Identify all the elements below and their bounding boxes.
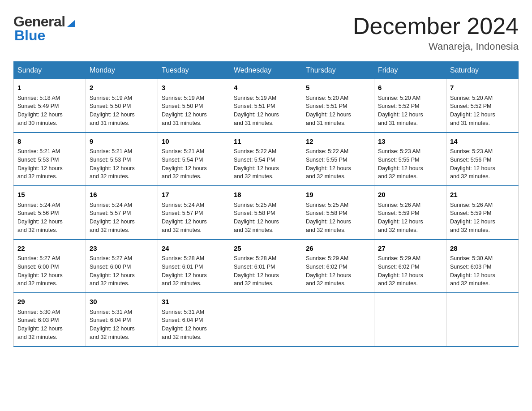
day-number: 14 — [450, 137, 515, 147]
day-number: 6 — [378, 83, 442, 93]
calendar-cell: 14Sunrise: 5:23 AMSunset: 5:56 PMDayligh… — [446, 133, 519, 186]
day-info: Sunrise: 5:30 AMSunset: 6:03 PMDaylight:… — [17, 308, 82, 342]
calendar-cell — [446, 293, 519, 347]
day-info: Sunrise: 5:31 AMSunset: 6:04 PMDaylight:… — [162, 308, 226, 342]
day-number: 30 — [90, 297, 154, 307]
day-number: 10 — [162, 137, 226, 147]
day-number: 15 — [17, 190, 82, 200]
day-number: 11 — [234, 137, 298, 147]
day-number: 20 — [378, 190, 442, 200]
day-info: Sunrise: 5:28 AMSunset: 6:01 PMDaylight:… — [162, 254, 226, 288]
calendar-cell: 17Sunrise: 5:24 AMSunset: 5:57 PMDayligh… — [158, 186, 230, 240]
day-info: Sunrise: 5:22 AMSunset: 5:55 PMDaylight:… — [306, 147, 370, 181]
day-number: 22 — [17, 244, 82, 254]
day-info: Sunrise: 5:29 AMSunset: 6:02 PMDaylight:… — [378, 254, 442, 288]
day-info: Sunrise: 5:21 AMSunset: 5:53 PMDaylight:… — [17, 147, 82, 181]
day-info: Sunrise: 5:23 AMSunset: 5:56 PMDaylight:… — [450, 147, 515, 181]
calendar-cell: 19Sunrise: 5:25 AMSunset: 5:58 PMDayligh… — [302, 186, 374, 240]
calendar-cell: 7Sunrise: 5:20 AMSunset: 5:52 PMDaylight… — [446, 79, 519, 133]
col-header-friday: Friday — [374, 62, 446, 79]
col-header-wednesday: Wednesday — [230, 62, 302, 79]
day-number: 1 — [17, 83, 82, 93]
day-number: 21 — [450, 190, 515, 200]
calendar-cell: 23Sunrise: 5:27 AMSunset: 6:00 PMDayligh… — [86, 240, 158, 293]
day-info: Sunrise: 5:20 AMSunset: 5:51 PMDaylight:… — [306, 94, 370, 128]
calendar-cell: 21Sunrise: 5:26 AMSunset: 5:59 PMDayligh… — [446, 186, 519, 240]
day-number: 19 — [306, 190, 370, 200]
calendar-cell: 25Sunrise: 5:28 AMSunset: 6:01 PMDayligh… — [230, 240, 302, 293]
calendar-week-row: 22Sunrise: 5:27 AMSunset: 6:00 PMDayligh… — [14, 240, 519, 293]
day-number: 7 — [450, 83, 515, 93]
day-info: Sunrise: 5:24 AMSunset: 5:57 PMDaylight:… — [162, 201, 226, 235]
calendar-cell: 12Sunrise: 5:22 AMSunset: 5:55 PMDayligh… — [302, 133, 374, 186]
calendar-cell: 16Sunrise: 5:24 AMSunset: 5:57 PMDayligh… — [86, 186, 158, 240]
day-info: Sunrise: 5:25 AMSunset: 5:58 PMDaylight:… — [306, 201, 370, 235]
calendar-week-row: 15Sunrise: 5:24 AMSunset: 5:56 PMDayligh… — [14, 186, 519, 240]
calendar-cell: 13Sunrise: 5:23 AMSunset: 5:55 PMDayligh… — [374, 133, 446, 186]
day-number: 5 — [306, 83, 370, 93]
day-info: Sunrise: 5:26 AMSunset: 5:59 PMDaylight:… — [450, 201, 515, 235]
day-info: Sunrise: 5:27 AMSunset: 6:00 PMDaylight:… — [90, 254, 154, 288]
day-number: 12 — [306, 137, 370, 147]
day-info: Sunrise: 5:21 AMSunset: 5:53 PMDaylight:… — [90, 147, 154, 181]
calendar-week-row: 29Sunrise: 5:30 AMSunset: 6:03 PMDayligh… — [14, 293, 519, 347]
day-info: Sunrise: 5:22 AMSunset: 5:54 PMDaylight:… — [234, 147, 298, 181]
day-info: Sunrise: 5:24 AMSunset: 5:57 PMDaylight:… — [90, 201, 154, 235]
calendar-cell: 5Sunrise: 5:20 AMSunset: 5:51 PMDaylight… — [302, 79, 374, 133]
calendar-cell: 3Sunrise: 5:19 AMSunset: 5:50 PMDaylight… — [158, 79, 230, 133]
calendar-header-row: SundayMondayTuesdayWednesdayThursdayFrid… — [14, 62, 519, 79]
day-number: 24 — [162, 244, 226, 254]
col-header-saturday: Saturday — [446, 62, 519, 79]
day-info: Sunrise: 5:19 AMSunset: 5:50 PMDaylight:… — [90, 94, 154, 128]
calendar-cell — [230, 293, 302, 347]
calendar-cell: 10Sunrise: 5:21 AMSunset: 5:54 PMDayligh… — [158, 133, 230, 186]
col-header-sunday: Sunday — [14, 62, 86, 79]
day-number: 26 — [306, 244, 370, 254]
day-number: 8 — [17, 137, 82, 147]
day-number: 29 — [17, 297, 82, 307]
day-info: Sunrise: 5:23 AMSunset: 5:55 PMDaylight:… — [378, 147, 442, 181]
day-number: 9 — [90, 137, 154, 147]
calendar-cell: 6Sunrise: 5:20 AMSunset: 5:52 PMDaylight… — [374, 79, 446, 133]
calendar-cell: 1Sunrise: 5:18 AMSunset: 5:49 PMDaylight… — [14, 79, 86, 133]
day-info: Sunrise: 5:19 AMSunset: 5:51 PMDaylight:… — [234, 94, 298, 128]
day-info: Sunrise: 5:26 AMSunset: 5:59 PMDaylight:… — [378, 201, 442, 235]
calendar-cell: 26Sunrise: 5:29 AMSunset: 6:02 PMDayligh… — [302, 240, 374, 293]
day-info: Sunrise: 5:21 AMSunset: 5:54 PMDaylight:… — [162, 147, 226, 181]
calendar-cell — [302, 293, 374, 347]
calendar-cell: 24Sunrise: 5:28 AMSunset: 6:01 PMDayligh… — [158, 240, 230, 293]
day-number: 3 — [162, 83, 226, 93]
calendar-table: SundayMondayTuesdayWednesdayThursdayFrid… — [13, 61, 519, 347]
day-info: Sunrise: 5:20 AMSunset: 5:52 PMDaylight:… — [378, 94, 442, 128]
day-info: Sunrise: 5:20 AMSunset: 5:52 PMDaylight:… — [450, 94, 515, 128]
day-info: Sunrise: 5:30 AMSunset: 6:03 PMDaylight:… — [450, 254, 515, 288]
calendar-cell: 27Sunrise: 5:29 AMSunset: 6:02 PMDayligh… — [374, 240, 446, 293]
page-header: General Blue December 2024 Wanareja, Ind… — [13, 13, 519, 52]
month-year-title: December 2024 — [353, 13, 519, 39]
title-block: December 2024 Wanareja, Indonesia — [353, 13, 519, 52]
calendar-cell: 30Sunrise: 5:31 AMSunset: 6:04 PMDayligh… — [86, 293, 158, 347]
calendar-cell: 11Sunrise: 5:22 AMSunset: 5:54 PMDayligh… — [230, 133, 302, 186]
col-header-thursday: Thursday — [302, 62, 374, 79]
calendar-cell — [374, 293, 446, 347]
day-info: Sunrise: 5:19 AMSunset: 5:50 PMDaylight:… — [162, 94, 226, 128]
calendar-week-row: 1Sunrise: 5:18 AMSunset: 5:49 PMDaylight… — [14, 79, 519, 133]
day-number: 23 — [90, 244, 154, 254]
day-info: Sunrise: 5:18 AMSunset: 5:49 PMDaylight:… — [17, 94, 82, 128]
svg-marker-0 — [67, 20, 75, 27]
col-header-monday: Monday — [86, 62, 158, 79]
day-number: 13 — [378, 137, 442, 147]
calendar-cell: 8Sunrise: 5:21 AMSunset: 5:53 PMDaylight… — [14, 133, 86, 186]
calendar-cell: 4Sunrise: 5:19 AMSunset: 5:51 PMDaylight… — [230, 79, 302, 133]
calendar-cell: 2Sunrise: 5:19 AMSunset: 5:50 PMDaylight… — [86, 79, 158, 133]
day-number: 25 — [234, 244, 298, 254]
day-number: 4 — [234, 83, 298, 93]
day-number: 31 — [162, 297, 226, 307]
logo-triangle-icon — [66, 18, 76, 28]
day-info: Sunrise: 5:29 AMSunset: 6:02 PMDaylight:… — [306, 254, 370, 288]
col-header-tuesday: Tuesday — [158, 62, 230, 79]
day-info: Sunrise: 5:24 AMSunset: 5:56 PMDaylight:… — [17, 201, 82, 235]
day-number: 27 — [378, 244, 442, 254]
calendar-cell: 18Sunrise: 5:25 AMSunset: 5:58 PMDayligh… — [230, 186, 302, 240]
calendar-cell: 15Sunrise: 5:24 AMSunset: 5:56 PMDayligh… — [14, 186, 86, 240]
